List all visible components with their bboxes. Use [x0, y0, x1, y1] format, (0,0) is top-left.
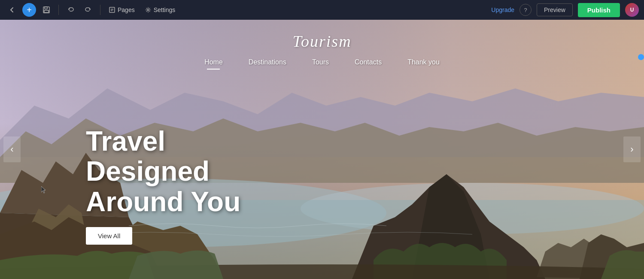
carousel-next-button[interactable]: ›: [623, 136, 641, 162]
nav-item-home[interactable]: Home: [204, 58, 223, 70]
canvas: Tourism Home Destinations Tours Contacts…: [0, 20, 644, 279]
blue-dot-indicator: [638, 54, 644, 60]
preview-button[interactable]: Preview: [537, 3, 573, 16]
pages-label: Pages: [118, 6, 135, 13]
toolbar-right: Upgrade ? Preview Publish U: [491, 3, 639, 17]
view-all-button[interactable]: View All: [86, 227, 132, 245]
publish-button[interactable]: Publish: [578, 3, 620, 17]
site-title: Tourism: [292, 32, 351, 51]
svg-point-7: [147, 9, 149, 11]
hero-text: Travel Designed Around You View All: [86, 126, 266, 245]
divider-2: [100, 5, 100, 15]
help-button[interactable]: ?: [519, 4, 532, 16]
nav-item-thank-you[interactable]: Thank you: [407, 58, 440, 70]
site-navigation: Tourism Home Destinations Tours Contacts…: [0, 20, 644, 70]
pages-button[interactable]: Pages: [106, 5, 138, 15]
back-button[interactable]: [5, 3, 19, 17]
upgrade-button[interactable]: Upgrade: [491, 6, 514, 13]
add-element-button[interactable]: +: [22, 3, 36, 17]
save-button[interactable]: [39, 3, 53, 17]
redo-button[interactable]: [81, 3, 95, 17]
nav-menu: Home Destinations Tours Contacts Thank y…: [204, 58, 440, 70]
nav-item-contacts[interactable]: Contacts: [355, 58, 382, 70]
undo-button[interactable]: [64, 3, 78, 17]
svg-rect-2: [44, 10, 49, 12]
nav-item-tours[interactable]: Tours: [312, 58, 329, 70]
divider-1: [58, 5, 59, 15]
hero-heading: Travel Designed Around You: [86, 126, 266, 217]
carousel-prev-button[interactable]: ‹: [3, 136, 21, 162]
toolbar: + Pages Sett: [0, 0, 644, 20]
nav-item-destinations[interactable]: Destinations: [249, 58, 286, 70]
settings-label: Settings: [154, 6, 176, 13]
avatar[interactable]: U: [625, 3, 639, 17]
svg-rect-1: [45, 7, 47, 9]
settings-button[interactable]: Settings: [142, 5, 179, 15]
